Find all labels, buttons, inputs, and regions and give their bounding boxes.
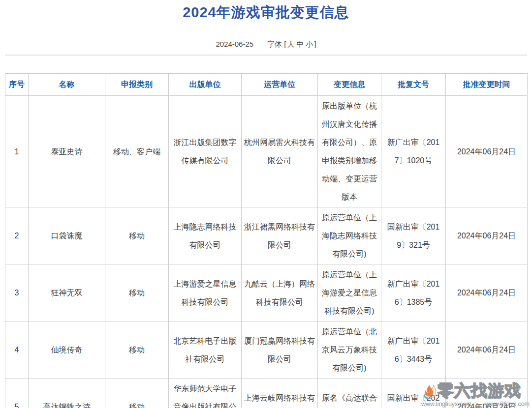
cell-change-info: 原运营单位（上海隐志网络科技有限公司) [318, 207, 381, 264]
cell-index: 2 [5, 207, 29, 264]
font-size-widget: 字体 [大中小] [267, 40, 316, 48]
cell-publisher: 华东师范大学电子音像出版社有限公司 [169, 379, 242, 408]
cell-publisher: 北京艺科电子出版社有限公司 [169, 321, 242, 379]
cell-index: 3 [5, 264, 29, 321]
column-header-category: 申报类别 [105, 74, 169, 96]
cell-game-name: 口袋诛魔 [29, 207, 105, 264]
cell-approval-number: 新广出审〔2016〕3443号 [381, 321, 446, 379]
cell-game-name: 泰亚史诗 [29, 96, 105, 207]
cell-approval-date: 2024年06月24日 [446, 379, 528, 408]
cell-approval-date: 2024年06月24日 [446, 207, 528, 264]
cell-index: 5 [5, 379, 29, 408]
font-size-medium-link[interactable]: 中 [296, 40, 304, 48]
cell-change-info: 原运营单位（上海游爱之星信息科技有限公司) [318, 264, 381, 321]
column-header-index: 序号 [5, 74, 29, 96]
cell-category: 移动、客户端 [105, 96, 169, 207]
bracket-close: ] [314, 40, 316, 48]
cell-game-name: 狂神无双 [29, 264, 105, 321]
publish-date: 2024-06-25 [216, 40, 253, 48]
table-row: 5 高达钢铁之诗 移动 华东师范大学电子音像出版社有限公司 上海云岐网络科技有限… [5, 379, 528, 408]
cell-game-name: 高达钢铁之诗 [29, 379, 105, 408]
column-header-approval-date: 批准变更时间 [446, 74, 528, 96]
approval-change-table: 序号 名称 申报类别 出版单位 运营单位 变更信息 批复文号 批准变更时间 1 … [5, 73, 528, 408]
cell-category: 移动 [105, 321, 169, 379]
bracket-open: [ [284, 40, 286, 48]
column-header-change-info: 变更信息 [318, 74, 381, 96]
cell-approval-date: 2024年06月24日 [446, 321, 528, 379]
cell-approval-number: 新广出审〔2017〕1020号 [381, 96, 446, 207]
table-row: 3 狂神无双 移动 上海游爱之星信息科技有限公司 九酷云（上海）网络科技有限公司… [5, 264, 528, 321]
cell-approval-date: 2024年06月24日 [446, 264, 528, 321]
cell-category: 移动 [105, 264, 169, 321]
cell-operator: 浙江裙黑网络科技有限公司 [242, 207, 318, 264]
table-row: 4 仙境传奇 移动 北京艺科电子出版社有限公司 厦门冠赢网络科技有限公司 原运营… [5, 321, 528, 379]
cell-approval-date: 2024年06月24日 [446, 96, 528, 207]
cell-index: 1 [5, 96, 29, 207]
cell-change-info: 原名《高达联合行动》 [318, 379, 381, 408]
cell-operator: 九酷云（上海）网络科技有限公司 [242, 264, 318, 321]
font-size-small-link[interactable]: 小 [306, 40, 313, 48]
meta-line: 2024-06-25字体 [大中小] [0, 40, 532, 49]
cell-change-info: 原运营单位（北京风云万象科技有限公司) [318, 321, 381, 379]
cell-game-name: 仙境传奇 [29, 321, 105, 379]
column-header-publisher: 出版单位 [169, 74, 242, 96]
font-size-large-link[interactable]: 大 [287, 40, 294, 48]
cell-publisher: 上海隐志网络科技有限公司 [169, 207, 242, 264]
cell-publisher: 上海游爱之星信息科技有限公司 [169, 264, 242, 321]
cell-operator: 杭州网易雷火科技有限公司 [242, 96, 318, 207]
font-size-label: 字体 [267, 40, 282, 48]
divider [5, 55, 527, 56]
column-header-name: 名称 [29, 74, 105, 96]
table-header-row: 序号 名称 申报类别 出版单位 运营单位 变更信息 批复文号 批准变更时间 [5, 74, 528, 96]
column-header-approval-number: 批复文号 [381, 74, 446, 96]
table-row: 1 泰亚史诗 移动、客户端 浙江出版集团数字传媒有限公司 杭州网易雷火科技有限公… [5, 96, 528, 207]
cell-approval-number: 国新出审〔2024〕273号 [381, 379, 446, 408]
cell-index: 4 [5, 321, 29, 379]
cell-change-info: 原出版单位（杭州汉唐文化传播有限公司）、原申报类别增加移动端、变更运营版本 [318, 96, 381, 207]
cell-approval-number: 国新出审〔2019〕321号 [381, 207, 446, 264]
page-title: 2024年游戏审批变更信息 [0, 3, 532, 23]
cell-operator: 厦门冠赢网络科技有限公司 [242, 321, 318, 379]
cell-operator: 上海云岐网络科技有限公司 [242, 379, 318, 408]
cell-category: 移动 [105, 207, 169, 264]
cell-category: 移动 [105, 379, 169, 408]
column-header-operator: 运营单位 [242, 74, 318, 96]
cell-publisher: 浙江出版集团数字传媒有限公司 [169, 96, 242, 207]
cell-approval-number: 新广出审〔2016〕1385号 [381, 264, 446, 321]
table-row: 2 口袋诛魔 移动 上海隐志网络科技有限公司 浙江裙黑网络科技有限公司 原运营单… [5, 207, 528, 264]
